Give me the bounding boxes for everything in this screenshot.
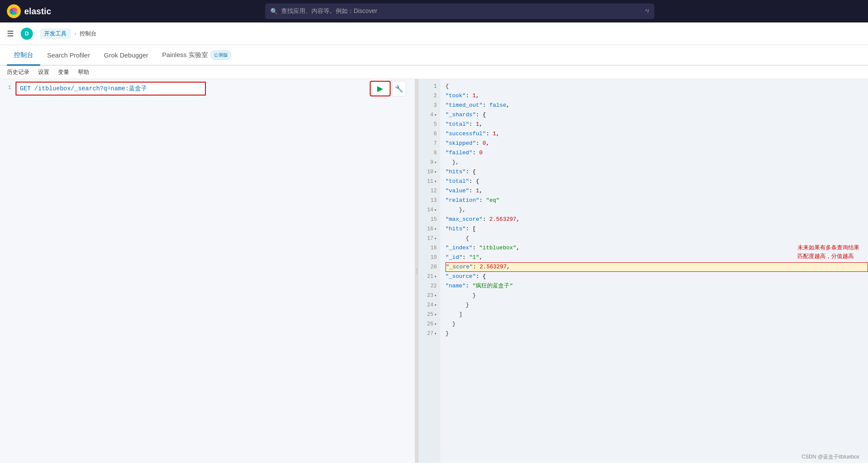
fold-arrow-23[interactable]: ▾ bbox=[434, 293, 437, 298]
output-line-num-1: 1 bbox=[419, 82, 440, 91]
output-line-num-11: 11▾ bbox=[419, 177, 440, 186]
output-line-num-4: 4▾ bbox=[419, 110, 440, 120]
editor-body: 1 ▶ 🔧 bbox=[0, 79, 415, 463]
output-line-num-24: 24▾ bbox=[419, 300, 440, 310]
output-line-num-14: 14▾ bbox=[419, 205, 440, 215]
elastic-logo-icon bbox=[7, 4, 21, 18]
output-line-num-18: 18 bbox=[419, 243, 440, 253]
fold-arrow-11[interactable]: ▾ bbox=[434, 179, 437, 184]
fold-arrow-16[interactable]: ▾ bbox=[434, 226, 437, 232]
code-line-19: "_id": "1", bbox=[445, 253, 868, 262]
editor-request-line: 1 ▶ 🔧 bbox=[0, 81, 415, 96]
output-line-num-26: 26▾ bbox=[419, 319, 440, 329]
toolbar-help[interactable]: 帮助 bbox=[78, 68, 89, 76]
global-search-bar[interactable]: 🔍 查找应用、内容等。例如：Discover ^/ bbox=[265, 3, 654, 19]
svg-point-3 bbox=[10, 9, 13, 14]
search-icon: 🔍 bbox=[270, 8, 278, 15]
output-line-num-13: 13 bbox=[419, 196, 440, 205]
fold-arrow-14[interactable]: ▾ bbox=[434, 207, 437, 213]
code-line-12: "value": 1, bbox=[445, 186, 868, 196]
code-line-22: "name": "疯狂的蓝盒子" bbox=[445, 281, 868, 291]
tab-console-label: 控制台 bbox=[14, 51, 33, 59]
output-line-num-3: 3 bbox=[419, 101, 440, 110]
output-line-num-25: 25▾ bbox=[419, 310, 440, 319]
fold-arrow-10[interactable]: ▾ bbox=[434, 169, 437, 175]
hamburger-button[interactable]: ☰ bbox=[7, 29, 14, 38]
breadcrumb-dev-tools[interactable]: 开发工具 bbox=[40, 29, 71, 39]
code-line-23: } bbox=[445, 291, 868, 300]
toolbar: 历史记录 设置 变量 帮助 bbox=[0, 66, 868, 79]
line-number-1: 1 bbox=[0, 81, 16, 91]
resize-handle[interactable]: ⋮ bbox=[415, 79, 419, 463]
code-line-18: "_index": "itbluebox", bbox=[445, 243, 868, 253]
toolbar-variables[interactable]: 变量 bbox=[58, 68, 69, 76]
code-line-6: "successful": 1, bbox=[445, 129, 868, 139]
fold-arrow-26[interactable]: ▾ bbox=[434, 322, 437, 327]
output-line-num-5: 5 bbox=[419, 120, 440, 129]
wrench-icon: 🔧 bbox=[395, 85, 404, 93]
toolbar-settings[interactable]: 设置 bbox=[38, 68, 49, 76]
fold-arrow-27[interactable]: ▾ bbox=[434, 331, 437, 336]
output-line-num-2: 2 bbox=[419, 91, 440, 101]
output-line-num-15: 15 bbox=[419, 215, 440, 224]
breadcrumb: 开发工具 › 控制台 bbox=[40, 29, 96, 39]
request-input[interactable] bbox=[16, 82, 206, 96]
fold-arrow-21[interactable]: ▾ bbox=[434, 274, 437, 279]
fold-arrow-4[interactable]: ▾ bbox=[434, 112, 437, 118]
fold-arrow-9[interactable]: ▾ bbox=[434, 160, 437, 165]
output-line-num-27: 27▾ bbox=[419, 329, 440, 338]
code-line-16: "hits": [ bbox=[445, 224, 868, 234]
toolbar-history[interactable]: 历史记录 bbox=[7, 68, 29, 76]
elastic-logo[interactable]: elastic bbox=[7, 4, 51, 18]
code-line-4: "_shards": { bbox=[445, 110, 868, 120]
output-line-num-7: 7 bbox=[419, 139, 440, 148]
output-gutter: 1234▾56789▾10▾11▾121314▾1516▾17▾18192021… bbox=[419, 79, 440, 463]
elastic-logo-text: elastic bbox=[24, 6, 51, 16]
editor-input-row: ▶ 🔧 bbox=[16, 81, 415, 96]
code-line-15: "max_score": 2.563297, bbox=[445, 215, 868, 224]
code-line-2: "took": 1, bbox=[445, 91, 868, 101]
output-line-num-23: 23▾ bbox=[419, 291, 440, 300]
breadcrumb-separator: › bbox=[74, 31, 76, 37]
tabs-bar: 控制台 Search Profiler Grok Debugger Painle… bbox=[0, 45, 868, 66]
svg-point-4 bbox=[15, 9, 18, 14]
fold-arrow-25[interactable]: ▾ bbox=[434, 312, 437, 317]
code-line-14: }, bbox=[445, 205, 868, 215]
fold-arrow-17[interactable]: ▾ bbox=[434, 236, 437, 241]
run-button[interactable]: ▶ bbox=[370, 81, 391, 96]
secondary-nav: ☰ D 开发工具 › 控制台 bbox=[0, 22, 868, 45]
output-line-num-20: 20 bbox=[419, 262, 440, 272]
code-line-17: { bbox=[445, 234, 868, 243]
footer-text: CSDN @蓝盒子itbluebox bbox=[801, 454, 859, 460]
tab-painless[interactable]: Painless 实验室 公测版 bbox=[155, 46, 238, 66]
fold-arrow-24[interactable]: ▾ bbox=[434, 303, 437, 308]
tab-search-profiler[interactable]: Search Profiler bbox=[40, 46, 97, 66]
output-line-num-8: 8 bbox=[419, 148, 440, 158]
top-bar: elastic 🔍 查找应用、内容等。例如：Discover ^/ bbox=[0, 0, 868, 22]
breadcrumb-current-page: 控制台 bbox=[80, 30, 96, 38]
code-line-8: "failed": 0 bbox=[445, 148, 868, 158]
code-line-26: } bbox=[445, 319, 868, 329]
output-panel: 1234▾56789▾10▾11▾121314▾1516▾17▾18192021… bbox=[419, 79, 868, 463]
code-line-13: "relation": "eq" bbox=[445, 196, 868, 205]
main-content: 1 ▶ 🔧 ⋮ 1234▾56789▾10▾11▾121 bbox=[0, 79, 868, 463]
wrench-button[interactable]: 🔧 bbox=[392, 81, 406, 96]
footer: CSDN @蓝盒子itbluebox bbox=[801, 453, 859, 461]
tab-grok-debugger[interactable]: Grok Debugger bbox=[97, 46, 155, 66]
code-line-21: "_source": { bbox=[445, 272, 868, 281]
code-line-3: "timed_out": false, bbox=[445, 101, 868, 110]
code-line-1: { bbox=[445, 82, 868, 91]
code-line-24: } bbox=[445, 300, 868, 310]
code-line-9: }, bbox=[445, 158, 868, 167]
tab-painless-label: Painless 实验室 bbox=[162, 51, 208, 59]
code-line-5: "total": 1, bbox=[445, 120, 868, 129]
code-line-11: "total": { bbox=[445, 177, 868, 186]
search-shortcut: ^/ bbox=[645, 8, 649, 14]
tab-console[interactable]: 控制台 bbox=[7, 46, 40, 66]
code-line-7: "skipped": 0, bbox=[445, 139, 868, 148]
output-line-num-6: 6 bbox=[419, 129, 440, 139]
output-code-area: { "took": 1, "timed_out": false, "_shard… bbox=[440, 79, 868, 463]
code-line-20: "_score": 2.563297, bbox=[445, 262, 868, 272]
user-avatar[interactable]: D bbox=[21, 28, 33, 40]
output-line-num-10: 10▾ bbox=[419, 167, 440, 177]
